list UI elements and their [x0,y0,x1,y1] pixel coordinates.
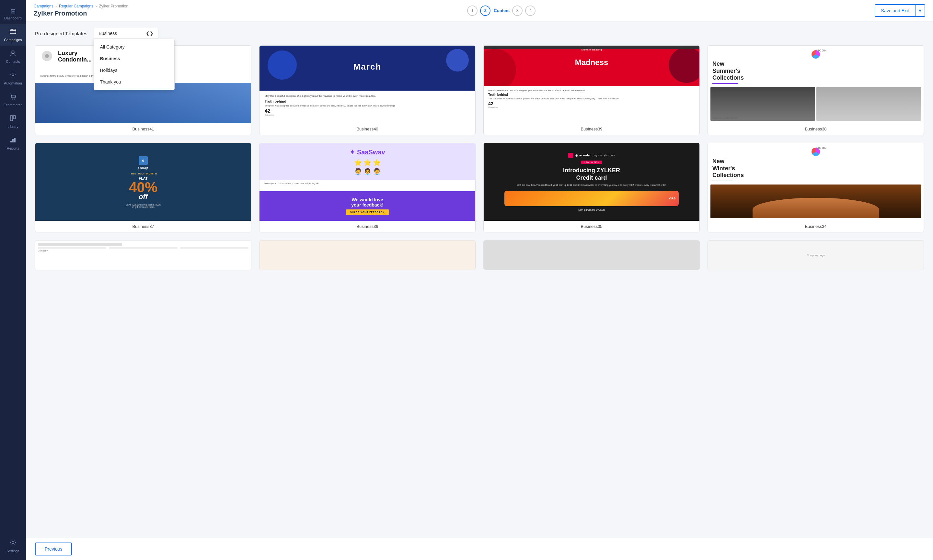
template-thumb-business37: e eShop THIS JULY MONTH FLAT 40% off Sav… [35,143,251,221]
sidebar: ⊞ Dashboard Campaigns Contacts [0,0,26,560]
template-thumb-business35: ◉ recorder Login to zylker.com NEW LAUNC… [484,143,699,221]
step-1[interactable]: 1 [467,6,478,16]
template-thumb-business38: MOON NewSummer'sCollections Quisque comm… [708,46,924,123]
template-card-business37[interactable]: e eShop THIS JULY MONTH FLAT 40% off Sav… [35,143,251,232]
template-card-business35[interactable]: ◉ recorder Login to zylker.com NEW LAUNC… [483,143,700,232]
template-thumb-business40: March May this beautiful occasion of eid… [259,46,475,123]
sidebar-item-label: Library [8,125,19,129]
template-card-business39[interactable]: Month of Reading Madness May this beauti… [483,45,700,135]
sidebar-item-contacts[interactable]: Contacts [0,46,26,67]
svg-rect-10 [12,139,14,142]
sidebar-item-label: Campaigns [4,38,22,42]
template-thumb-business34: MOON NewWinter'sCollections [708,143,924,221]
sidebar-item-label: Settings [6,549,19,553]
template-name-business41: Business41 [35,123,251,135]
template-card-business40[interactable]: March May this beautiful occasion of eid… [259,45,476,135]
template-card-partial-4[interactable]: Company Logo [708,240,924,270]
reports-icon [9,136,17,145]
svg-rect-0 [10,29,16,34]
sidebar-item-automation[interactable]: Automation [0,67,26,89]
svg-point-3 [12,51,14,54]
sidebar-item-settings[interactable]: Settings [0,535,26,557]
breadcrumb-current: Zylker Promotion [99,4,128,8]
svg-point-1 [11,29,12,30]
dropdown-option-all[interactable]: All Category [94,41,174,53]
template-card-business38[interactable]: MOON NewSummer'sCollections Quisque comm… [708,45,924,135]
template-name-business37: Business37 [35,221,251,232]
header: Campaigns › Regular Campaigns › Zylker P… [26,0,933,22]
svg-point-6 [14,99,15,100]
sidebar-item-campaigns[interactable]: Campaigns [0,24,26,46]
sidebar-item-label: Reports [7,146,19,150]
templates-header: Pre-designed Templates Business ❮❯ All C… [35,28,924,39]
template-thumb-business39: Month of Reading Madness May this beauti… [484,46,699,123]
template-card-partial-3[interactable] [483,240,700,270]
sidebar-item-library[interactable]: Library [0,111,26,132]
svg-rect-11 [14,138,15,142]
breadcrumb-campaigns[interactable]: Campaigns [34,4,54,8]
sidebar-item-ecommerce[interactable]: Ecommerce [0,89,26,111]
template-name-business39: Business39 [484,123,699,135]
svg-rect-8 [13,115,15,119]
main-content: Campaigns › Regular Campaigns › Zylker P… [26,0,933,560]
save-exit-arrow[interactable]: ▾ [915,5,925,16]
sidebar-item-dashboard[interactable]: ⊞ Dashboard [0,3,26,24]
svg-point-2 [12,29,13,30]
template-grid-partial: Company Company Logo [35,240,924,270]
template-name-business38: Business38 [708,123,924,135]
template-card-business34[interactable]: MOON NewWinter'sCollections Business34 [708,143,924,232]
previous-button[interactable]: Previous [35,543,72,555]
step-2-label: Content [494,8,510,13]
settings-icon [9,539,17,548]
page-title: Zylker Promotion [34,10,128,17]
step-3[interactable]: 3 [512,6,523,16]
save-exit-button[interactable]: Save and Exit ▾ [875,4,925,17]
dropdown-selected: Business [99,31,117,36]
sidebar-item-label: Dashboard [4,16,22,20]
sidebar-item-label: Ecommerce [3,103,23,107]
dropdown-menu: All Category Business Holidays Thank you [94,39,174,90]
dropdown-option-business[interactable]: Business [94,53,174,65]
svg-point-5 [12,99,13,100]
dropdown-option-thankyou[interactable]: Thank you [94,76,174,88]
dropdown-option-holidays[interactable]: Holidays [94,65,174,76]
template-thumb-business36: ✦ SaaSwav ⭐⭐⭐ 🧑‍💼🧑‍💼🧑‍💼 We would loveyou… [259,143,475,221]
content-area: Pre-designed Templates Business ❮❯ All C… [26,22,933,538]
sidebar-item-label: Automation [4,81,22,85]
breadcrumb-regular[interactable]: Regular Campaigns [59,4,93,8]
template-name-business40: Business40 [259,123,475,135]
save-exit-main[interactable]: Save and Exit [875,6,915,16]
dashboard-icon: ⊞ [10,7,16,15]
ecommerce-icon [9,93,17,102]
step-2[interactable]: 2 [480,6,490,16]
step-4[interactable]: 4 [525,6,535,16]
footer-bar: Previous [26,538,933,560]
template-name-business35: Business35 [484,221,699,232]
templates-label: Pre-designed Templates [35,31,87,36]
svg-rect-7 [10,115,12,121]
template-name-business34: Business34 [708,221,924,232]
library-icon [9,115,17,123]
template-card-partial-2[interactable] [259,240,476,270]
svg-point-4 [12,74,14,76]
svg-rect-13 [45,54,49,58]
contacts-icon [9,49,17,58]
template-card-business36[interactable]: ✦ SaaSwav ⭐⭐⭐ 🧑‍💼🧑‍💼🧑‍💼 We would loveyou… [259,143,476,232]
svg-rect-9 [10,141,12,142]
template-name-business36: Business36 [259,221,475,232]
chevron-down-icon: ❮❯ [146,31,154,36]
header-left: Campaigns › Regular Campaigns › Zylker P… [34,4,128,17]
category-dropdown[interactable]: Business ❮❯ All Category Business Holida… [94,28,159,39]
stepper: 1 2 Content 3 4 [467,6,535,16]
campaigns-icon [9,28,17,37]
automation-icon [9,71,17,80]
dropdown-trigger[interactable]: Business ❮❯ [94,28,159,39]
sidebar-item-label: Contacts [6,60,20,63]
svg-point-12 [12,542,14,543]
breadcrumb: Campaigns › Regular Campaigns › Zylker P… [34,4,128,8]
template-card-partial-1[interactable]: Company [35,240,251,270]
sidebar-item-reports[interactable]: Reports [0,132,26,154]
